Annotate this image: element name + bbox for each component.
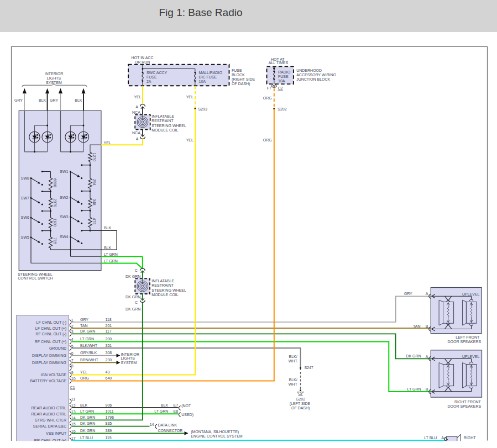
svg-text:(RIGHT SIDE: (RIGHT SIDE xyxy=(232,77,255,82)
svg-text:E7: E7 xyxy=(174,403,179,407)
svg-text:DK GRN: DK GRN xyxy=(406,354,421,358)
svg-text:MODULE COIL: MODULE COIL xyxy=(151,293,178,297)
svg-text:2370: 2370 xyxy=(53,199,57,208)
svg-text:LF CHNL OUT (+): LF CHNL OUT (+) xyxy=(35,326,66,331)
svg-text:DK GRN: DK GRN xyxy=(80,329,95,333)
svg-text:SERIAL DATA E&C: SERIAL DATA E&C xyxy=(33,424,66,428)
svg-text:A: A xyxy=(426,355,428,359)
svg-text:BRN/WHT: BRN/WHT xyxy=(80,358,98,362)
svg-text:YEL: YEL xyxy=(186,138,193,142)
svg-text:DK GRN: DK GRN xyxy=(80,421,95,425)
svg-text:S202: S202 xyxy=(278,107,286,111)
svg-text:1796: 1796 xyxy=(106,415,114,419)
svg-text:IGN VOLTAGE: IGN VOLTAGE xyxy=(41,373,67,377)
svg-text:348: 348 xyxy=(92,199,96,205)
svg-text:308: 308 xyxy=(106,351,112,355)
svg-text:(MONTANA, SILHOUETTE): (MONTANA, SILHOUETTE) xyxy=(191,430,239,434)
svg-text:YEL: YEL xyxy=(104,141,111,145)
svg-text:A: A xyxy=(426,292,428,296)
svg-text:YEL: YEL xyxy=(80,370,87,374)
svg-text:230: 230 xyxy=(106,358,112,362)
svg-text:SW4: SW4 xyxy=(60,235,68,239)
svg-text:ALL TIMES: ALL TIMES xyxy=(269,61,289,65)
svg-text:G202: G202 xyxy=(296,397,305,401)
svg-text:GRY: GRY xyxy=(404,292,412,296)
svg-text:SW1: SW1 xyxy=(60,170,68,173)
svg-text:STRG WHL CTLR: STRG WHL CTLR xyxy=(35,418,66,422)
svg-text:HOT IN ACC: HOT IN ACC xyxy=(132,56,154,60)
svg-text:201: 201 xyxy=(106,324,112,328)
svg-text:GRY: GRY xyxy=(80,318,88,321)
svg-text:200: 200 xyxy=(106,337,112,341)
svg-text:JUNCTION BLOCK: JUNCTION BLOCK xyxy=(296,77,330,81)
svg-text:LT GRN: LT GRN xyxy=(407,387,421,391)
svg-text:UPLEVEL: UPLEVEL xyxy=(462,292,480,296)
svg-text:RIGHT: RIGHT xyxy=(464,436,477,440)
svg-text:14: 14 xyxy=(71,416,76,420)
svg-text:STEERING WHEEL: STEERING WHEEL xyxy=(151,124,186,128)
svg-text:715: 715 xyxy=(53,238,57,244)
svg-text:1: 1 xyxy=(71,318,74,322)
svg-text:SW6: SW6 xyxy=(21,215,29,219)
svg-text:BLK: BLK xyxy=(161,403,169,407)
svg-text:43: 43 xyxy=(106,370,110,374)
svg-text:906: 906 xyxy=(106,403,112,407)
svg-text:LT BLU: LT BLU xyxy=(80,436,93,440)
svg-text:REAR AUDIO CTRL: REAR AUDIO CTRL xyxy=(32,406,67,410)
svg-text:LT GRN: LT GRN xyxy=(154,409,168,413)
svg-text:SW5: SW5 xyxy=(21,235,29,239)
svg-text:5: 5 xyxy=(71,344,74,348)
svg-text:RESTRAINT: RESTRAINT xyxy=(151,283,174,287)
svg-text:OF DASH): OF DASH) xyxy=(232,82,250,86)
svg-text:INTERIOR: INTERIOR xyxy=(121,352,139,356)
svg-text:7: 7 xyxy=(71,359,74,362)
svg-text:3: 3 xyxy=(71,330,74,334)
svg-text:BLK: BLK xyxy=(39,98,46,102)
svg-text:A: A xyxy=(441,436,444,440)
svg-text:S293: S293 xyxy=(198,107,207,111)
svg-text:475: 475 xyxy=(92,218,96,225)
svg-text:NCA: NCA xyxy=(132,131,140,135)
svg-text:C: C xyxy=(135,268,138,272)
svg-text:YEL: YEL xyxy=(186,95,193,99)
svg-text:BLK: BLK xyxy=(104,226,112,230)
svg-text:ORG: ORG xyxy=(263,96,272,100)
svg-text:DOOR SPEAKERS: DOOR SPEAKERS xyxy=(447,404,481,408)
svg-text:RIGHT FRONT: RIGHT FRONT xyxy=(454,400,481,404)
svg-text:BLK/WHT: BLK/WHT xyxy=(80,344,98,347)
svg-text:FUSE: FUSE xyxy=(278,75,289,78)
svg-text:C2: C2 xyxy=(278,86,283,90)
svg-text:UNDERHOOD: UNDERHOOD xyxy=(296,68,322,72)
svg-text:11: 11 xyxy=(71,397,75,401)
svg-text:10A: 10A xyxy=(199,80,206,83)
svg-text:RF CHNL OUT (+): RF CHNL OUT (+) xyxy=(35,340,66,344)
svg-text:ACCESSORY WIRING: ACCESSORY WIRING xyxy=(296,73,336,77)
svg-text:DK GRN: DK GRN xyxy=(125,295,140,299)
svg-text:BLK/: BLK/ xyxy=(289,378,297,382)
svg-text:13: 13 xyxy=(71,410,76,414)
svg-text:ORG: ORG xyxy=(263,138,272,142)
svg-text:C: C xyxy=(135,301,138,304)
svg-text:BLK: BLK xyxy=(75,98,82,102)
svg-text:10A: 10A xyxy=(278,79,285,83)
svg-text:1270: 1270 xyxy=(92,153,96,162)
svg-text:LT GRN: LT GRN xyxy=(80,409,94,413)
svg-text:DIC FUSE: DIC FUSE xyxy=(199,75,217,79)
svg-text:GRY/BLK: GRY/BLK xyxy=(80,351,97,355)
svg-text:NCA: NCA xyxy=(132,110,140,114)
svg-text:C1: C1 xyxy=(70,386,75,389)
svg-text:TAN: TAN xyxy=(80,324,87,328)
svg-text:LT GRN: LT GRN xyxy=(104,252,118,256)
svg-text:WHT: WHT xyxy=(289,382,298,386)
svg-text:WHT: WHT xyxy=(289,359,298,363)
svg-text:117: 117 xyxy=(106,329,112,333)
svg-text:FUSE: FUSE xyxy=(232,68,242,72)
svg-text:389: 389 xyxy=(106,429,112,433)
svg-text:17: 17 xyxy=(71,436,76,440)
svg-text:DK GRN: DK GRN xyxy=(80,429,95,433)
svg-text:GRY: GRY xyxy=(14,98,23,102)
svg-text:LT BLU: LT BLU xyxy=(424,436,437,440)
svg-text:FUSE: FUSE xyxy=(147,75,157,79)
svg-text:UPLEVEL: UPLEVEL xyxy=(462,355,480,359)
svg-text:DATA LINK: DATA LINK xyxy=(158,423,177,427)
